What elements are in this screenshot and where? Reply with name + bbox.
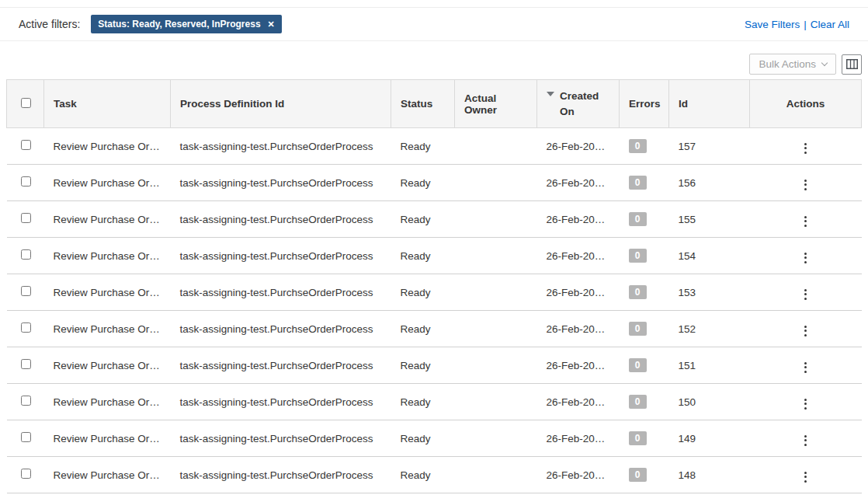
kebab-menu-button[interactable]: [798, 140, 813, 157]
kebab-menu-button[interactable]: [798, 322, 813, 340]
kebab-menu-button[interactable]: [798, 176, 813, 193]
tasks-table: Task Process Definition Id Status Actual…: [6, 79, 862, 493]
actual-owner-cell: [455, 347, 537, 384]
status-cell: Ready: [391, 347, 455, 384]
row-checkbox[interactable]: [21, 396, 31, 406]
table-row[interactable]: Review Purchase Order task-assigning-tes…: [7, 420, 862, 457]
process-definition-id: task-assigning-test.PurchseOrderProcess: [180, 360, 373, 371]
task-id: 157: [679, 141, 696, 152]
row-checkbox[interactable]: [21, 432, 31, 442]
id-cell: 157: [669, 128, 750, 165]
kebab-menu-button[interactable]: [798, 359, 813, 376]
filter-chip[interactable]: Status: Ready, Reserved, InProgress ✕: [91, 15, 281, 33]
active-filters-bar: Active filters: Status: Ready, Reserved,…: [0, 8, 868, 41]
created-on-value: 26-Feb-2020...: [547, 177, 616, 189]
id-cell: 149: [669, 420, 750, 457]
process-cell: task-assigning-test.PurchseOrderProcess: [171, 420, 391, 457]
table-columns-icon: [846, 59, 858, 69]
errors-badge: 0: [629, 212, 647, 226]
created-on-cell: 26-Feb-2020...: [537, 201, 620, 238]
actions-cell: [750, 238, 862, 274]
task-cell: Review Purchase Order: [44, 274, 171, 311]
actions-cell: [750, 274, 862, 311]
actions-cell: [750, 311, 862, 347]
task-cell: Review Purchase Order: [44, 311, 171, 347]
manage-columns-button[interactable]: [842, 54, 862, 75]
table-row[interactable]: Review Purchase Order task-assigning-tes…: [7, 457, 862, 493]
kebab-menu-button[interactable]: [798, 249, 813, 267]
header-task[interactable]: Task: [44, 80, 171, 128]
header-actions-label: Actions: [786, 98, 825, 110]
select-cell: [7, 311, 44, 347]
status-value: Ready: [401, 250, 431, 262]
header-created-on[interactable]: Created On: [537, 80, 620, 128]
created-on-cell: 26-Feb-2020...: [537, 384, 620, 420]
kebab-menu-button[interactable]: [798, 469, 813, 486]
created-on-value: 26-Feb-2020...: [547, 141, 616, 152]
created-on-value: 26-Feb-2020...: [547, 396, 616, 408]
save-filters-link[interactable]: Save Filters: [745, 19, 800, 30]
task-id: 153: [679, 287, 696, 298]
kebab-menu-button[interactable]: [798, 286, 813, 303]
task-cell: Review Purchase Order: [44, 238, 171, 274]
actions-cell: [750, 165, 862, 201]
task-id: 149: [679, 433, 696, 444]
kebab-icon: [804, 180, 807, 182]
header-errors[interactable]: Errors: [620, 80, 669, 128]
kebab-icon: [804, 253, 807, 255]
tasks-table-container: Task Process Definition Id Status Actual…: [6, 79, 862, 493]
header-id-label: Id: [679, 98, 688, 110]
bulk-actions-button[interactable]: Bulk Actions: [749, 54, 836, 75]
table-row[interactable]: Review Purchase Order task-assigning-tes…: [7, 311, 862, 347]
select-all-checkbox[interactable]: [21, 98, 31, 108]
actual-owner-cell: [455, 384, 537, 420]
header-process-label: Process Definition Id: [180, 98, 284, 110]
actual-owner-cell: [455, 274, 537, 311]
row-checkbox[interactable]: [21, 359, 31, 369]
header-status[interactable]: Status: [391, 80, 455, 128]
close-icon[interactable]: ✕: [268, 19, 275, 30]
row-checkbox[interactable]: [21, 140, 31, 150]
header-actual-owner[interactable]: Actual Owner: [455, 80, 537, 128]
kebab-icon: [804, 289, 807, 291]
table-row[interactable]: Review Purchase Order task-assigning-tes…: [7, 201, 862, 238]
table-row[interactable]: Review Purchase Order task-assigning-tes…: [7, 128, 862, 165]
status-cell: Ready: [391, 457, 455, 493]
task-id: 154: [679, 250, 696, 262]
status-value: Ready: [401, 360, 431, 371]
errors-badge: 0: [629, 249, 647, 263]
status-value: Ready: [401, 396, 431, 408]
row-checkbox[interactable]: [21, 176, 31, 186]
actions-cell: [750, 457, 862, 493]
id-cell: 148: [669, 457, 750, 493]
row-checkbox[interactable]: [21, 249, 31, 260]
errors-cell: 0: [620, 384, 669, 420]
process-definition-id: task-assigning-test.PurchseOrderProcess: [180, 177, 373, 189]
header-errors-label: Errors: [629, 98, 661, 110]
table-row[interactable]: Review Purchase Order task-assigning-tes…: [7, 274, 862, 311]
errors-badge: 0: [629, 468, 647, 482]
table-row[interactable]: Review Purchase Order task-assigning-tes…: [7, 238, 862, 274]
created-on-cell: 26-Feb-2020...: [537, 238, 620, 274]
kebab-menu-button[interactable]: [798, 396, 813, 413]
actual-owner-cell: [455, 238, 537, 274]
header-id[interactable]: Id: [669, 80, 750, 128]
status-cell: Ready: [391, 128, 455, 165]
select-cell: [7, 384, 44, 420]
select-cell: [7, 420, 44, 457]
actual-owner-cell: [455, 128, 537, 165]
row-checkbox[interactable]: [21, 322, 31, 333]
header-process-definition-id[interactable]: Process Definition Id: [171, 80, 391, 128]
table-row[interactable]: Review Purchase Order task-assigning-tes…: [7, 384, 862, 420]
task-cell: Review Purchase Order: [44, 347, 171, 384]
table-row[interactable]: Review Purchase Order task-assigning-tes…: [7, 347, 862, 384]
actions-cell: [750, 128, 862, 165]
kebab-menu-button[interactable]: [798, 213, 813, 230]
row-checkbox[interactable]: [21, 213, 31, 223]
kebab-menu-button[interactable]: [798, 432, 813, 449]
table-row[interactable]: Review Purchase Order task-assigning-tes…: [7, 165, 862, 201]
actions-cell: [750, 347, 862, 384]
clear-all-link[interactable]: Clear All: [811, 19, 849, 30]
row-checkbox[interactable]: [21, 286, 31, 296]
row-checkbox[interactable]: [21, 469, 31, 479]
